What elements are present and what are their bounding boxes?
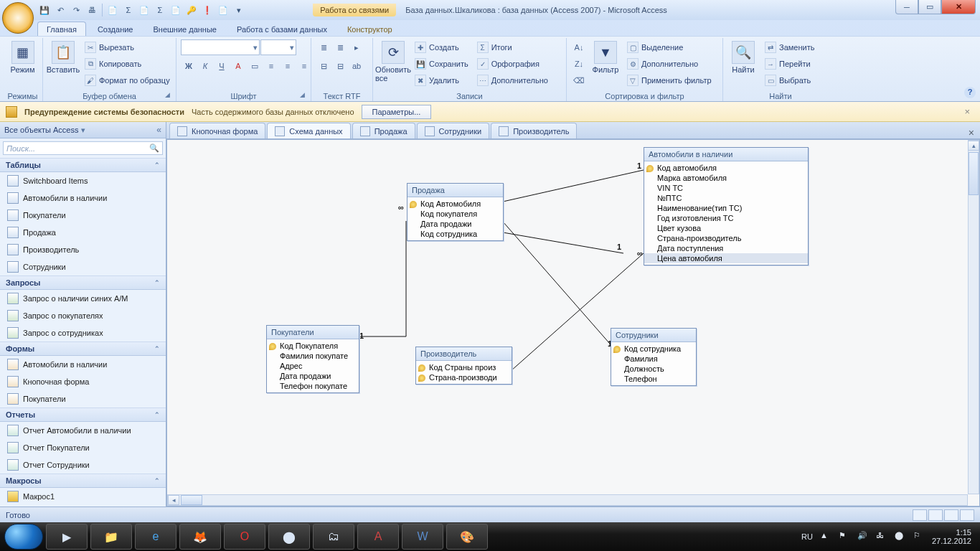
table-field[interactable]: Должность (611, 364, 696, 374)
toggle-filter-button[interactable]: ▽Применить фильтр (624, 72, 715, 88)
filter-button[interactable]: ▼Фильтр (590, 39, 621, 75)
qat-icon[interactable]: 📄 (137, 3, 151, 17)
tab-designer[interactable]: Конструктор (339, 22, 401, 36)
table-title[interactable]: Автомобили в наличии (644, 148, 808, 161)
totals-button[interactable]: ΣИтоги (474, 39, 551, 55)
table-box-prodazha[interactable]: ПродажаКод АвтомобиляКод покупателяДата … (407, 183, 504, 241)
relationships-canvas[interactable]: ∞1 1 ∞1 1 ∞ 1 1 ПродажаКод АвтомобиляКод… (166, 139, 980, 507)
nav-item[interactable]: Автомобили в наличии (0, 189, 166, 207)
undo-icon[interactable]: ↶ (53, 3, 67, 17)
qat-icon[interactable]: 📄 (105, 3, 120, 17)
view-switch-button[interactable] (960, 509, 974, 521)
font-size-combo[interactable]: ▾ (260, 39, 296, 55)
nav-item[interactable]: Сотрудники (0, 258, 166, 276)
table-field[interactable]: Код Страны произ (416, 362, 512, 372)
table-field[interactable]: Код сотрудника (611, 344, 696, 354)
nav-category-queries[interactable]: Запросы⌃ (0, 276, 166, 290)
save-record-button[interactable]: 💾Сохранить (412, 56, 471, 72)
nav-item[interactable]: Отчет Автомобили в наличии (0, 422, 166, 439)
close-tab-icon[interactable]: × (963, 127, 980, 138)
taskbar-app[interactable]: A (357, 524, 399, 550)
table-field[interactable]: Цвет кузова (644, 223, 808, 233)
spelling-button[interactable]: ✓Орфография (474, 56, 551, 72)
save-icon[interactable]: 💾 (37, 3, 52, 17)
network-icon[interactable]: 🖧 (876, 531, 887, 542)
tab-home[interactable]: Главная (37, 22, 86, 36)
view-switch-button[interactable] (928, 509, 943, 521)
font-color-button[interactable]: A (230, 58, 246, 74)
navpane-header[interactable]: Все объекты Access▾ « (0, 122, 166, 138)
table-field[interactable]: Код Покупателя (267, 341, 359, 351)
nav-item[interactable]: Покупатели (0, 207, 166, 224)
nav-item[interactable]: Отчет Сотрудники (0, 456, 166, 474)
sort-asc-button[interactable]: A↓ (571, 39, 587, 55)
document-tab[interactable]: Кнопочная форма (169, 123, 265, 138)
tray-icon[interactable]: ▲ (820, 531, 831, 542)
align-right-button[interactable]: ≡ (296, 58, 312, 74)
view-button[interactable]: ▦Режим (7, 39, 38, 75)
document-tab[interactable]: Производитель (491, 123, 577, 138)
redo-icon[interactable]: ↷ (69, 3, 83, 17)
taskbar-app[interactable]: e (135, 524, 176, 550)
table-field[interactable]: Цена автомобиля (644, 253, 808, 263)
nav-item[interactable]: Запрос о покупателях (0, 307, 166, 324)
volume-icon[interactable]: 🔊 (857, 531, 869, 542)
fill-color-button[interactable]: ▭ (247, 58, 263, 74)
nav-item[interactable]: Запрос о наличии синих А/М (0, 290, 166, 307)
cut-button[interactable]: ✂Вырезать (82, 39, 173, 55)
taskbar-app[interactable]: O (224, 524, 265, 550)
tab-external-data[interactable]: Внешние данные (145, 22, 225, 36)
nav-item[interactable]: Покупатели (0, 390, 166, 408)
table-field[interactable]: Фамилия покупате (267, 351, 359, 361)
table-field[interactable]: Код покупателя (407, 209, 503, 219)
clock[interactable]: 1:15 27.12.2012 (932, 528, 971, 545)
collapse-pane-icon[interactable]: « (156, 125, 161, 135)
copy-button[interactable]: ⧉Копировать (82, 56, 173, 72)
maximize-button[interactable]: ▭ (918, 0, 941, 14)
qat-icon[interactable]: 📄 (169, 3, 183, 17)
taskbar-app[interactable]: 📁 (90, 524, 132, 550)
qat-icon[interactable]: 🔑 (184, 3, 199, 17)
table-field[interactable]: №ПТС (644, 193, 808, 203)
document-tab[interactable]: Продажа (352, 123, 415, 138)
table-title[interactable]: Продажа (407, 184, 503, 197)
security-options-button[interactable]: Параметры... (362, 105, 432, 119)
view-switch-button[interactable] (913, 509, 927, 521)
tab-create[interactable]: Создание (89, 22, 142, 36)
start-button[interactable] (4, 524, 43, 550)
nav-item[interactable]: Switchboard Items (0, 172, 166, 189)
italic-button[interactable]: К (197, 58, 213, 74)
qat-icon[interactable]: Σ (121, 3, 136, 17)
refresh-all-button[interactable]: ⟳Обновить все (377, 39, 409, 84)
taskbar-app[interactable]: 🦊 (179, 524, 221, 550)
bold-button[interactable]: Ж (181, 58, 197, 74)
nav-item[interactable]: Продажа (0, 224, 166, 241)
replace-button[interactable]: ⇄Заменить (762, 39, 817, 55)
more-records-button[interactable]: ⋯Дополнительно (474, 72, 551, 88)
dialog-launcher-icon[interactable]: ◢ (163, 91, 171, 100)
language-indicator[interactable]: RU (801, 532, 813, 541)
selection-filter-button[interactable]: ▢Выделение (624, 39, 715, 55)
format-painter-button[interactable]: 🖌Формат по образцу (82, 72, 173, 88)
taskbar-app[interactable]: 🗂 (313, 524, 354, 550)
table-field[interactable]: Телефон покупате (267, 381, 359, 391)
clear-sort-button[interactable]: ⌫ (571, 72, 587, 88)
nav-item[interactable]: Кнопочная форма (0, 373, 166, 390)
close-button[interactable]: ✕ (941, 0, 976, 14)
paste-button[interactable]: 📋Вставить (47, 39, 79, 75)
goto-button[interactable]: →Перейти (762, 56, 817, 72)
nav-item[interactable]: Запрос о сотрудниках (0, 324, 166, 342)
qat-icon[interactable]: ❗ (200, 3, 215, 17)
taskbar-app[interactable]: W (402, 524, 443, 550)
rtf-button[interactable]: ▸ (349, 39, 364, 55)
rtf-button[interactable]: ⊟ (316, 58, 331, 74)
taskbar-app[interactable]: ⬤ (268, 524, 310, 550)
taskbar-app[interactable]: 🎨 (446, 524, 488, 550)
document-tab[interactable]: Сотрудники (417, 123, 490, 138)
align-center-button[interactable]: ≡ (280, 58, 296, 74)
nav-category-tables[interactable]: Таблицы⌃ (0, 158, 166, 172)
action-center-icon[interactable]: ⚐ (913, 531, 925, 542)
view-switch-button[interactable] (944, 509, 958, 521)
table-field[interactable]: Адрес (267, 361, 359, 371)
nav-category-macros[interactable]: Макросы⌃ (0, 474, 166, 488)
